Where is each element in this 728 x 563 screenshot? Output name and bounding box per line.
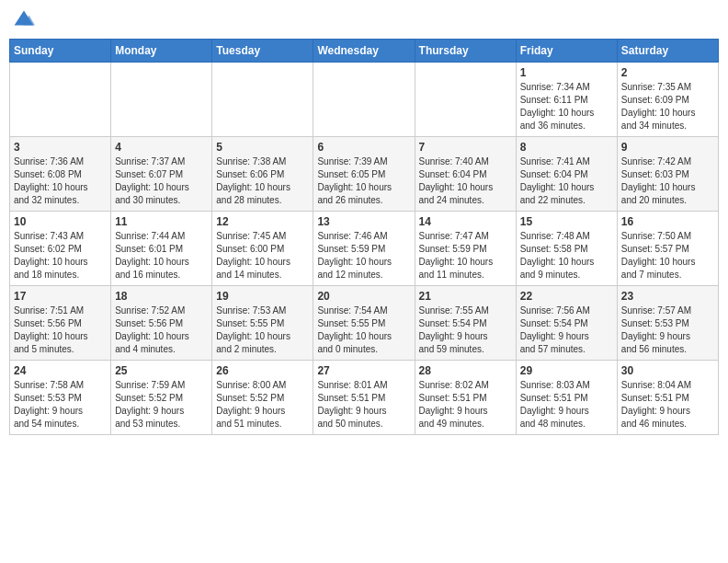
day-cell-12: 12Sunrise: 7:45 AM Sunset: 6:00 PM Dayli… <box>212 212 313 286</box>
day-info: Sunrise: 8:01 AM Sunset: 5:51 PM Dayligh… <box>317 379 410 431</box>
weekday-header-tuesday: Tuesday <box>212 40 313 63</box>
logo <box>13 9 39 31</box>
day-cell-30: 30Sunrise: 8:04 AM Sunset: 5:51 PM Dayli… <box>617 361 718 435</box>
day-cell-5: 5Sunrise: 7:38 AM Sunset: 6:06 PM Daylig… <box>212 137 313 212</box>
day-number: 16 <box>621 215 714 228</box>
day-number: 5 <box>216 141 309 154</box>
week-row-5: 24Sunrise: 7:58 AM Sunset: 5:53 PM Dayli… <box>10 361 719 435</box>
calendar-table: SundayMondayTuesdayWednesdayThursdayFrid… <box>9 39 719 435</box>
day-info: Sunrise: 7:38 AM Sunset: 6:06 PM Dayligh… <box>216 155 309 207</box>
day-info: Sunrise: 7:51 AM Sunset: 5:56 PM Dayligh… <box>14 304 107 356</box>
day-info: Sunrise: 8:04 AM Sunset: 5:51 PM Dayligh… <box>621 379 714 431</box>
day-number: 19 <box>216 290 309 303</box>
day-number: 30 <box>621 364 714 377</box>
day-info: Sunrise: 7:46 AM Sunset: 5:59 PM Dayligh… <box>317 230 410 282</box>
day-cell-22: 22Sunrise: 7:56 AM Sunset: 5:54 PM Dayli… <box>516 286 617 361</box>
day-cell-13: 13Sunrise: 7:46 AM Sunset: 5:59 PM Dayli… <box>313 212 415 286</box>
weekday-header-sunday: Sunday <box>10 40 111 63</box>
day-cell-empty <box>10 63 111 137</box>
day-number: 20 <box>317 290 410 303</box>
day-info: Sunrise: 7:57 AM Sunset: 5:53 PM Dayligh… <box>621 304 714 356</box>
day-info: Sunrise: 7:40 AM Sunset: 6:04 PM Dayligh… <box>419 155 512 207</box>
day-number: 3 <box>14 141 107 154</box>
week-row-4: 17Sunrise: 7:51 AM Sunset: 5:56 PM Dayli… <box>10 286 719 361</box>
day-number: 15 <box>520 215 613 228</box>
day-info: Sunrise: 7:48 AM Sunset: 5:58 PM Dayligh… <box>520 230 613 282</box>
week-row-2: 3Sunrise: 7:36 AM Sunset: 6:08 PM Daylig… <box>10 137 719 212</box>
day-info: Sunrise: 7:58 AM Sunset: 5:53 PM Dayligh… <box>14 379 107 431</box>
day-info: Sunrise: 7:54 AM Sunset: 5:55 PM Dayligh… <box>317 304 410 356</box>
day-number: 10 <box>14 215 107 228</box>
weekday-header-wednesday: Wednesday <box>313 40 415 63</box>
day-cell-21: 21Sunrise: 7:55 AM Sunset: 5:54 PM Dayli… <box>415 286 516 361</box>
day-info: Sunrise: 7:52 AM Sunset: 5:56 PM Dayligh… <box>115 304 208 356</box>
day-info: Sunrise: 7:41 AM Sunset: 6:04 PM Dayligh… <box>520 155 613 207</box>
day-cell-10: 10Sunrise: 7:43 AM Sunset: 6:02 PM Dayli… <box>10 212 111 286</box>
day-number: 21 <box>419 290 512 303</box>
day-info: Sunrise: 8:02 AM Sunset: 5:51 PM Dayligh… <box>419 379 512 431</box>
day-info: Sunrise: 7:43 AM Sunset: 6:02 PM Dayligh… <box>14 230 107 282</box>
day-cell-8: 8Sunrise: 7:41 AM Sunset: 6:04 PM Daylig… <box>516 137 617 212</box>
day-number: 4 <box>115 141 208 154</box>
day-info: Sunrise: 7:47 AM Sunset: 5:59 PM Dayligh… <box>419 230 512 282</box>
day-info: Sunrise: 7:53 AM Sunset: 5:55 PM Dayligh… <box>216 304 309 356</box>
page-header <box>9 9 719 31</box>
weekday-header-thursday: Thursday <box>415 40 516 63</box>
day-cell-14: 14Sunrise: 7:47 AM Sunset: 5:59 PM Dayli… <box>415 212 516 286</box>
day-cell-empty <box>111 63 212 137</box>
day-info: Sunrise: 8:00 AM Sunset: 5:52 PM Dayligh… <box>216 379 309 431</box>
week-row-1: 1Sunrise: 7:34 AM Sunset: 6:11 PM Daylig… <box>10 63 719 137</box>
day-number: 14 <box>419 215 512 228</box>
day-number: 27 <box>317 364 410 377</box>
day-cell-26: 26Sunrise: 8:00 AM Sunset: 5:52 PM Dayli… <box>212 361 313 435</box>
day-cell-9: 9Sunrise: 7:42 AM Sunset: 6:03 PM Daylig… <box>617 137 718 212</box>
day-cell-6: 6Sunrise: 7:39 AM Sunset: 6:05 PM Daylig… <box>313 137 415 212</box>
day-info: Sunrise: 7:50 AM Sunset: 5:57 PM Dayligh… <box>621 230 714 282</box>
day-cell-27: 27Sunrise: 8:01 AM Sunset: 5:51 PM Dayli… <box>313 361 415 435</box>
day-cell-20: 20Sunrise: 7:54 AM Sunset: 5:55 PM Dayli… <box>313 286 415 361</box>
day-cell-11: 11Sunrise: 7:44 AM Sunset: 6:01 PM Dayli… <box>111 212 212 286</box>
day-cell-empty <box>212 63 313 137</box>
day-info: Sunrise: 7:55 AM Sunset: 5:54 PM Dayligh… <box>419 304 512 356</box>
day-number: 12 <box>216 215 309 228</box>
day-cell-7: 7Sunrise: 7:40 AM Sunset: 6:04 PM Daylig… <box>415 137 516 212</box>
day-number: 6 <box>317 141 410 154</box>
day-cell-empty <box>313 63 415 137</box>
week-row-3: 10Sunrise: 7:43 AM Sunset: 6:02 PM Dayli… <box>10 212 719 286</box>
weekday-header-friday: Friday <box>516 40 617 63</box>
day-cell-empty <box>415 63 516 137</box>
day-number: 28 <box>419 364 512 377</box>
day-cell-17: 17Sunrise: 7:51 AM Sunset: 5:56 PM Dayli… <box>10 286 111 361</box>
day-cell-29: 29Sunrise: 8:03 AM Sunset: 5:51 PM Dayli… <box>516 361 617 435</box>
day-info: Sunrise: 7:39 AM Sunset: 6:05 PM Dayligh… <box>317 155 410 207</box>
day-cell-2: 2Sunrise: 7:35 AM Sunset: 6:09 PM Daylig… <box>617 63 718 137</box>
day-number: 26 <box>216 364 309 377</box>
logo-icon <box>13 9 35 31</box>
day-number: 13 <box>317 215 410 228</box>
day-number: 22 <box>520 290 613 303</box>
day-number: 25 <box>115 364 208 377</box>
day-info: Sunrise: 7:42 AM Sunset: 6:03 PM Dayligh… <box>621 155 714 207</box>
day-info: Sunrise: 7:45 AM Sunset: 6:00 PM Dayligh… <box>216 230 309 282</box>
day-cell-19: 19Sunrise: 7:53 AM Sunset: 5:55 PM Dayli… <box>212 286 313 361</box>
day-cell-16: 16Sunrise: 7:50 AM Sunset: 5:57 PM Dayli… <box>617 212 718 286</box>
weekday-header-saturday: Saturday <box>617 40 718 63</box>
day-cell-3: 3Sunrise: 7:36 AM Sunset: 6:08 PM Daylig… <box>10 137 111 212</box>
day-info: Sunrise: 7:37 AM Sunset: 6:07 PM Dayligh… <box>115 155 208 207</box>
day-number: 29 <box>520 364 613 377</box>
day-cell-24: 24Sunrise: 7:58 AM Sunset: 5:53 PM Dayli… <box>10 361 111 435</box>
day-number: 17 <box>14 290 107 303</box>
day-cell-18: 18Sunrise: 7:52 AM Sunset: 5:56 PM Dayli… <box>111 286 212 361</box>
day-number: 23 <box>621 290 714 303</box>
day-cell-25: 25Sunrise: 7:59 AM Sunset: 5:52 PM Dayli… <box>111 361 212 435</box>
day-cell-15: 15Sunrise: 7:48 AM Sunset: 5:58 PM Dayli… <box>516 212 617 286</box>
weekday-header-row: SundayMondayTuesdayWednesdayThursdayFrid… <box>10 40 719 63</box>
day-info: Sunrise: 7:36 AM Sunset: 6:08 PM Dayligh… <box>14 155 107 207</box>
day-info: Sunrise: 7:44 AM Sunset: 6:01 PM Dayligh… <box>115 230 208 282</box>
day-number: 1 <box>520 66 613 79</box>
day-cell-4: 4Sunrise: 7:37 AM Sunset: 6:07 PM Daylig… <box>111 137 212 212</box>
day-number: 9 <box>621 141 714 154</box>
day-number: 18 <box>115 290 208 303</box>
day-info: Sunrise: 7:35 AM Sunset: 6:09 PM Dayligh… <box>621 81 714 132</box>
day-number: 11 <box>115 215 208 228</box>
